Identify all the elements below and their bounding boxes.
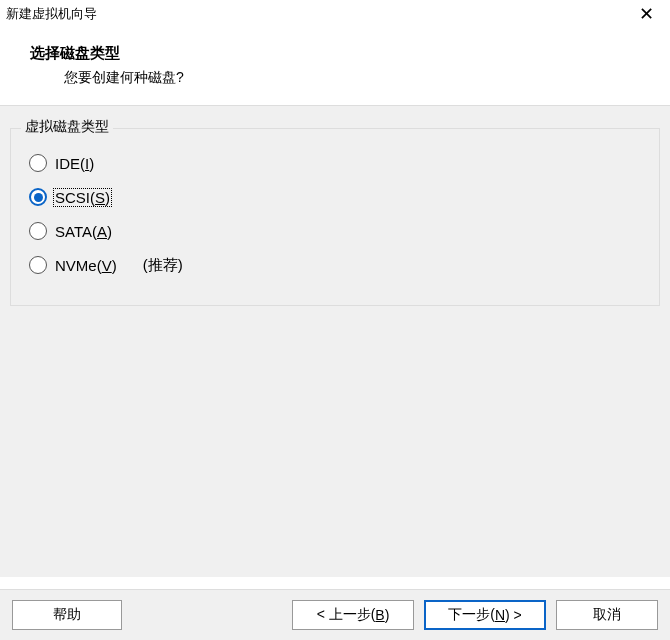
page-title: 选择磁盘类型 [30, 44, 670, 63]
cancel-button[interactable]: 取消 [556, 600, 658, 630]
radio-option-sata[interactable]: SATA(A) [29, 217, 641, 245]
radio-option-nvme[interactable]: NVMe(V) (推荐) [29, 251, 641, 279]
content-area: 虚拟磁盘类型 IDE(I) SCSI(S) SATA(A) NVMe(V) (推… [0, 105, 670, 577]
page-subtitle: 您要创建何种磁盘? [30, 69, 670, 87]
back-button[interactable]: < 上一步(B) [292, 600, 414, 630]
next-button[interactable]: 下一步(N) > [424, 600, 546, 630]
radio-icon [29, 256, 47, 274]
radio-label: IDE(I) [53, 154, 96, 173]
close-icon[interactable]: ✕ [633, 5, 660, 23]
radio-icon [29, 154, 47, 172]
wizard-header: 选择磁盘类型 您要创建何种磁盘? [0, 28, 670, 105]
radio-icon [29, 188, 47, 206]
radio-label: SATA(A) [53, 222, 114, 241]
recommended-note: (推荐) [143, 256, 183, 275]
radio-label: NVMe(V) [53, 256, 119, 275]
radio-option-ide[interactable]: IDE(I) [29, 149, 641, 177]
window-title: 新建虚拟机向导 [6, 5, 97, 23]
radio-label: SCSI(S) [53, 188, 112, 207]
radio-option-scsi[interactable]: SCSI(S) [29, 183, 641, 211]
group-title: 虚拟磁盘类型 [21, 118, 113, 136]
wizard-footer: 帮助 < 上一步(B) 下一步(N) > 取消 [0, 589, 670, 640]
title-bar: 新建虚拟机向导 ✕ [0, 0, 670, 28]
help-button[interactable]: 帮助 [12, 600, 122, 630]
disk-type-group: 虚拟磁盘类型 IDE(I) SCSI(S) SATA(A) NVMe(V) (推… [10, 128, 660, 306]
radio-icon [29, 222, 47, 240]
